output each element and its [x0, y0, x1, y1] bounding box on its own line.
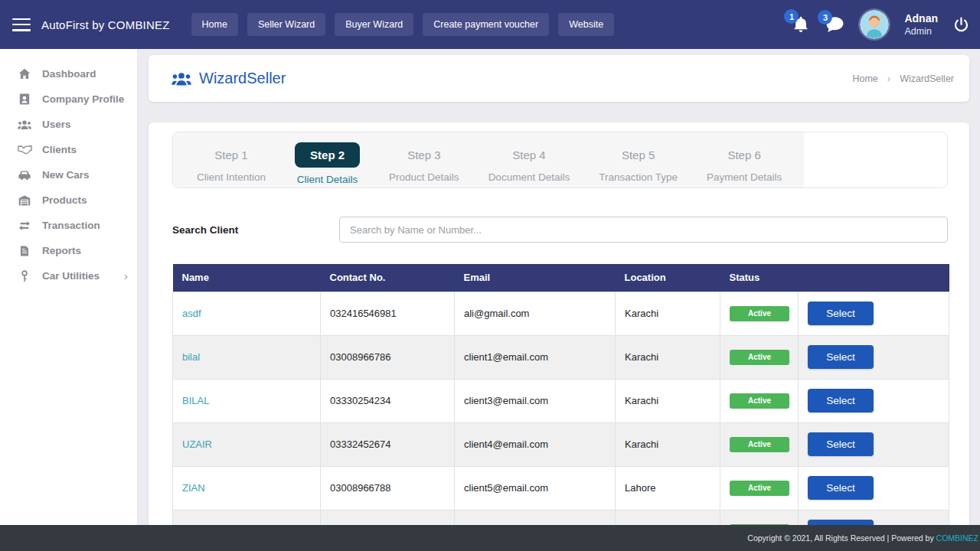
col-header-action — [799, 264, 949, 292]
client-email: ali@gmail.com — [455, 292, 616, 335]
col-header-name: Name — [173, 264, 321, 292]
client-contact: 03008966786 — [321, 335, 455, 379]
client-contact: 03008966788 — [321, 466, 455, 510]
main-content: WizardSeller Home › WizardSeller Step 1 … — [138, 49, 980, 525]
status-badge: Active — [730, 306, 789, 321]
footer: Copyright © 2021, All Rights Reserved | … — [0, 525, 980, 551]
breadcrumb-separator-icon: › — [887, 73, 890, 84]
client-email: client3@email.com — [455, 379, 616, 422]
client-name-link[interactable]: asdf — [182, 308, 201, 319]
notifications-button[interactable]: 1 — [792, 15, 810, 34]
user-role: Admin — [904, 25, 938, 37]
client-name-link[interactable]: ZIAN — [182, 482, 205, 494]
wizard-step-1[interactable]: Step 1 Client Intention — [182, 142, 280, 183]
search-client-label: Search Client — [172, 224, 339, 236]
client-name-link[interactable]: BILAL — [182, 395, 209, 406]
sidebar: Dashboard Company Profile Users Clients … — [0, 49, 138, 525]
status-badge: Active — [730, 437, 789, 452]
sidebar-item-clients[interactable]: Clients — [0, 137, 137, 162]
client-row: bilal 03008966786 client1@email.com Kara… — [173, 335, 949, 379]
user-name: Adnan — [904, 11, 938, 25]
wizard-step-2-active[interactable]: Step 2 Client Details — [280, 142, 374, 185]
table-header-row: Name Contact No. Email Location Status — [173, 264, 949, 292]
client-email — [455, 510, 616, 525]
search-client-input[interactable] — [339, 217, 948, 243]
breadcrumb-home[interactable]: Home — [852, 73, 877, 84]
sidebar-item-users[interactable]: Users — [0, 112, 137, 137]
wizard-card: Step 1 Client Intention Step 2 Client De… — [149, 122, 969, 525]
avatar-image — [860, 10, 889, 39]
sidebar-item-company-profile[interactable]: Company Profile — [0, 86, 137, 112]
client-row: BILAL 03330254234 client3@email.com Kara… — [173, 379, 949, 422]
sidebar-item-products[interactable]: Products — [0, 187, 137, 213]
col-header-contact: Contact No. — [321, 264, 455, 292]
client-name-link[interactable]: UZAIR — [182, 439, 212, 450]
client-row: asdf 032416546981 ali@gmail.com Karachi … — [173, 292, 949, 335]
user-info: Adnan Admin — [904, 11, 938, 37]
wizard-steps: Step 1 Client Intention Step 2 Client De… — [172, 132, 948, 188]
home-icon — [17, 68, 32, 80]
power-icon — [953, 17, 969, 33]
select-client-button[interactable]: Select — [808, 389, 874, 412]
client-contact: 032416546981 — [321, 292, 455, 335]
client-location: Karachi — [616, 335, 720, 379]
nav-website-button[interactable]: Website — [558, 13, 614, 36]
hamburger-menu-icon[interactable] — [12, 18, 31, 31]
client-row-partial: Active Select — [173, 510, 949, 525]
wizard-step-6[interactable]: Step 6 Payment Details — [692, 142, 796, 183]
client-row: UZAIR 03332452674 client4@email.com Kara… — [173, 422, 949, 466]
col-header-status: Status — [720, 264, 799, 292]
page-title: WizardSeller — [172, 70, 286, 87]
logout-button[interactable] — [953, 17, 969, 33]
client-location: Karachi — [616, 422, 720, 466]
avatar[interactable] — [860, 10, 889, 39]
warehouse-icon — [17, 195, 32, 206]
select-client-button[interactable]: Select — [808, 476, 874, 500]
clients-table: Name Contact No. Email Location Status a… — [172, 264, 949, 525]
page-title-text: WizardSeller — [199, 70, 286, 87]
sidebar-item-new-cars[interactable]: New Cars — [0, 162, 137, 187]
nav-seller-wizard-button[interactable]: Seller Wizard — [247, 13, 325, 36]
client-location: Karachi — [616, 292, 720, 335]
id-card-icon — [17, 93, 32, 105]
client-name-link[interactable]: bilal — [182, 351, 200, 363]
select-client-button[interactable]: Select — [808, 432, 874, 456]
navbar-menu: Home Seller Wizard Buyer Wizard Create p… — [191, 13, 615, 36]
key-icon — [17, 270, 32, 282]
select-client-button[interactable]: Select — [808, 302, 874, 325]
sidebar-item-transaction[interactable]: Transaction — [0, 213, 137, 238]
client-location: Lahore — [616, 466, 720, 510]
nav-create-payment-voucher-button[interactable]: Create payment voucher — [423, 13, 549, 36]
wizard-step-5[interactable]: Step 5 Transaction Type — [584, 142, 692, 183]
status-badge: Active — [730, 393, 789, 409]
client-email: client5@email.com — [455, 466, 616, 510]
messages-button[interactable]: 3 — [825, 16, 844, 33]
client-email: client4@email.com — [455, 422, 616, 466]
footer-brand-link[interactable]: COMBINEZ — [936, 533, 978, 543]
select-client-button[interactable]: Select — [808, 345, 874, 369]
wizard-step-3[interactable]: Step 3 Product Details — [374, 142, 474, 183]
exchange-icon — [17, 221, 32, 230]
car-icon — [17, 170, 32, 180]
select-client-button[interactable]: Select — [808, 520, 874, 525]
sidebar-item-car-utilities[interactable]: Car Utilities › — [0, 263, 137, 289]
client-location: Karachi — [616, 379, 720, 422]
copyright-text: Copyright © 2021, All Rights Reserved | … — [747, 533, 936, 543]
sidebar-item-reports[interactable]: Reports — [0, 238, 137, 263]
breadcrumb-current: WizardSeller — [900, 73, 954, 84]
sidebar-item-dashboard[interactable]: Dashboard — [0, 61, 137, 86]
client-contact: 03330254234 — [321, 379, 455, 422]
nav-home-button[interactable]: Home — [191, 13, 238, 36]
page-header-card: WizardSeller Home › WizardSeller — [149, 55, 969, 102]
top-navbar: AutoFirst by COMBINEZ Home Seller Wizard… — [0, 0, 980, 49]
client-row: ZIAN 03008966788 client5@email.com Lahor… — [173, 466, 949, 510]
search-client-row: Search Client — [172, 217, 948, 243]
nav-buyer-wizard-button[interactable]: Buyer Wizard — [335, 13, 413, 36]
wizard-step-4[interactable]: Step 4 Document Details — [474, 142, 585, 183]
brand-title: AutoFirst by COMBINEZ — [41, 18, 170, 31]
users-icon — [17, 119, 32, 130]
report-icon — [17, 246, 32, 256]
handshake-icon — [17, 145, 32, 155]
client-contact: 03332452674 — [321, 422, 455, 466]
col-header-location: Location — [616, 264, 720, 292]
